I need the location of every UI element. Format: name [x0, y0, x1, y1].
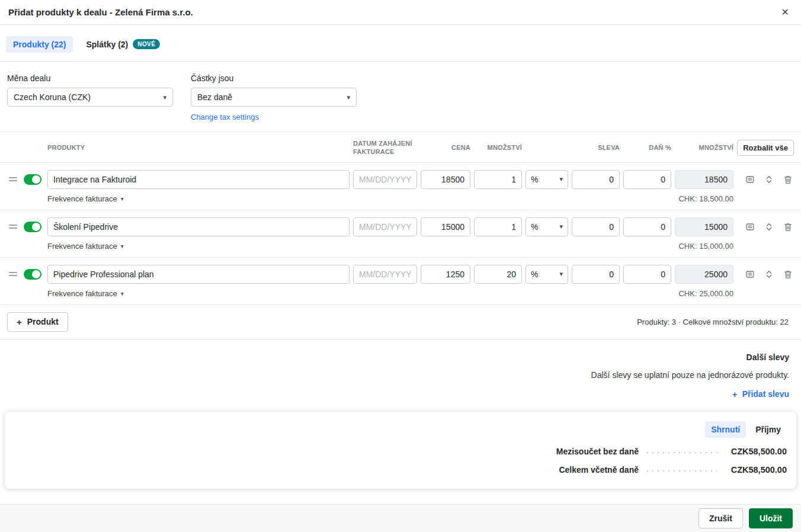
billing-frequency-dropdown[interactable]: Frekvence fakturace ▾ — [47, 194, 124, 203]
column-header-billing-date-line1: DATUM ZAHÁJENÍ — [353, 139, 417, 148]
discount-unit-select[interactable]: % ▾ — [526, 170, 568, 189]
quantity-input[interactable] — [474, 217, 522, 236]
row-actions — [744, 221, 794, 233]
summary-row-label: Mezisoučet bez daně — [556, 447, 639, 456]
tab-summary[interactable]: Shrnutí — [705, 421, 746, 438]
row-subtotal: CHK: 15,000.00 — [678, 242, 733, 251]
tab-installments[interactable]: Splátky (2) NOVÉ — [79, 36, 167, 53]
column-header-discount: SLEVA — [572, 143, 620, 152]
amounts-label: Částky jsou — [191, 73, 357, 83]
product-row: % ▾ Frekvence fakturace ▾ — [0, 258, 801, 305]
additional-discounts-section: Další slevy Další slevy se uplatní pouze… — [0, 339, 801, 403]
close-button[interactable]: ✕ — [778, 5, 793, 20]
summary-row-subtotal: Mezisoučet bez daně CZK58,500.00 — [14, 447, 787, 456]
column-header-billing-date: DATUM ZAHÁJENÍ FAKTURACE — [353, 139, 417, 156]
chevron-down-icon: ▾ — [559, 175, 563, 183]
add-product-label: Produkt — [27, 317, 59, 326]
cancel-button[interactable]: Zrušit — [699, 508, 743, 528]
discount-input[interactable] — [572, 265, 620, 284]
column-header-products: PRODUKTY — [47, 143, 350, 152]
billing-frequency-dropdown[interactable]: Frekvence fakturace ▾ — [47, 289, 124, 298]
billing-start-date-input[interactable] — [353, 265, 417, 284]
tax-input[interactable] — [623, 170, 671, 189]
close-icon: ✕ — [781, 7, 789, 17]
discount-input[interactable] — [572, 217, 620, 236]
discount-input[interactable] — [572, 170, 620, 189]
row-delete-button[interactable] — [782, 268, 794, 280]
row-subtotal: CHK: 25,000.00 — [678, 289, 733, 298]
amounts-value: Bez daně — [197, 92, 232, 102]
product-name-input[interactable] — [47, 265, 350, 284]
column-header-quantity: MNOŽSTVÍ — [474, 143, 522, 152]
product-name-input[interactable] — [47, 170, 350, 189]
chevron-up-down-icon — [764, 175, 774, 184]
trash-icon — [783, 270, 793, 279]
summary-row-label: Celkem včetně daně — [559, 465, 639, 475]
column-header-billing-date-line2: FAKTURACE — [353, 148, 417, 156]
discount-unit-value: % — [531, 175, 538, 184]
row-move-button[interactable] — [763, 268, 775, 280]
quantity-input[interactable] — [474, 170, 522, 189]
row-move-button[interactable] — [763, 174, 775, 185]
drag-handle-icon[interactable] — [9, 177, 17, 181]
discount-unit-value: % — [531, 270, 538, 279]
chevron-up-down-icon — [764, 222, 774, 232]
product-toggle[interactable] — [24, 174, 41, 185]
expand-all-button[interactable]: Rozbalit vše — [737, 140, 794, 156]
row-billing-details-button[interactable] — [744, 221, 756, 233]
price-input[interactable] — [421, 265, 470, 284]
product-name-input[interactable] — [47, 217, 350, 236]
amounts-select[interactable]: Bez daně ▾ — [191, 88, 357, 107]
dotted-leader — [647, 470, 717, 472]
save-button[interactable]: Uložit — [749, 508, 793, 528]
trash-icon — [783, 222, 793, 232]
row-move-button[interactable] — [763, 221, 775, 233]
currency-value: Czech Koruna (CZK) — [14, 92, 91, 102]
column-header-amount: MNOŽSTVÍ — [675, 143, 733, 152]
drag-handle-icon[interactable] — [9, 225, 17, 229]
amount-input — [675, 217, 733, 236]
add-discount-label: Přidat slevu — [742, 389, 789, 399]
row-billing-details-button[interactable] — [744, 174, 756, 185]
dotted-leader — [647, 452, 717, 453]
tax-input[interactable] — [623, 265, 671, 284]
price-input[interactable] — [421, 170, 470, 189]
billing-frequency-dropdown[interactable]: Frekvence fakturace ▾ — [47, 242, 124, 251]
tax-input[interactable] — [623, 217, 671, 236]
row-billing-details-button[interactable] — [744, 268, 756, 280]
tab-products[interactable]: Produkty (22) — [6, 36, 73, 53]
chevron-down-icon: ▾ — [163, 94, 166, 101]
add-product-button[interactable]: + Produkt — [7, 312, 68, 332]
discount-unit-select[interactable]: % ▾ — [526, 265, 568, 284]
additional-discounts-description: Další slevy se uplatní pouze na jednoráz… — [12, 370, 789, 380]
tab-installments-label: Splátky (2) — [86, 40, 128, 49]
product-row: % ▾ Frekvence fakturace ▾ — [0, 210, 801, 258]
row-delete-button[interactable] — [782, 221, 794, 233]
billing-start-date-input[interactable] — [353, 217, 417, 236]
note-icon — [745, 270, 755, 279]
chevron-down-icon: ▾ — [559, 223, 563, 230]
modal-tabs: Produkty (22) Splátky (2) NOVÉ — [0, 25, 801, 62]
discount-unit-value: % — [531, 222, 538, 232]
price-input[interactable] — [421, 217, 470, 236]
product-toggle[interactable] — [24, 269, 41, 280]
discount-unit-select[interactable]: % ▾ — [526, 217, 568, 236]
currency-select[interactable]: Czech Koruna (CZK) ▾ — [7, 88, 173, 107]
currency-field: Měna dealu Czech Koruna (CZK) ▾ — [7, 73, 173, 122]
row-delete-button[interactable] — [782, 174, 794, 185]
summary-row-value: CZK58,500.00 — [725, 447, 787, 456]
column-header-price: CENA — [421, 143, 470, 152]
plus-icon: + — [732, 389, 738, 399]
change-tax-settings-link[interactable]: Change tax settings — [191, 113, 259, 121]
column-header-tax: DAŇ % — [623, 143, 671, 152]
products-table-header: PRODUKTY DATUM ZAHÁJENÍ FAKTURACE CENA M… — [0, 132, 801, 163]
tab-revenue[interactable]: Příjmy — [749, 421, 787, 438]
modal-header: Přidat produkty k dealu - Zelená Firma s… — [0, 0, 801, 25]
drag-handle-icon[interactable] — [9, 272, 17, 276]
chevron-down-icon: ▾ — [559, 270, 563, 278]
add-discount-link[interactable]: + Přidat slevu — [732, 389, 789, 399]
billing-start-date-input[interactable] — [353, 170, 417, 189]
quantity-input[interactable] — [474, 265, 522, 284]
product-toggle[interactable] — [24, 222, 41, 232]
caret-down-icon: ▾ — [121, 243, 124, 249]
